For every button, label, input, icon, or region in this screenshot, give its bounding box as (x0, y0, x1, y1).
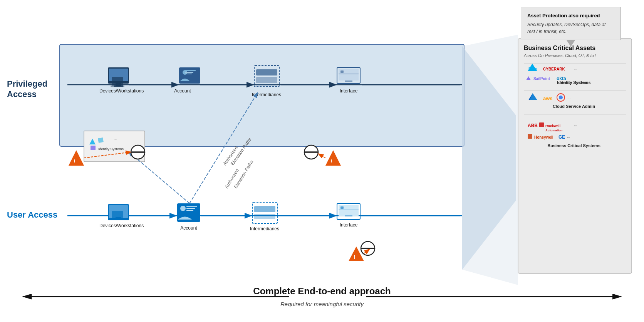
svg-point-106 (559, 96, 563, 99)
svg-text:aws: aws (543, 96, 553, 101)
svg-text:Identity Systems: Identity Systems (98, 147, 124, 151)
svg-text:Interface: Interface (340, 88, 358, 94)
callout-title: Asset Protection also required (527, 12, 614, 20)
svg-text:Business Critical Systems: Business Critical Systems (547, 143, 600, 148)
svg-text:CYBERARK: CYBERARK (543, 67, 565, 71)
svg-text:Access: Access (7, 89, 37, 99)
callout-text: Security updates, DevSecOps, data at res… (527, 21, 614, 35)
svg-text:ABB: ABB (528, 123, 538, 128)
svg-text:···: ··· (574, 67, 577, 71)
svg-rect-44 (186, 208, 195, 209)
svg-rect-21 (256, 84, 277, 86)
svg-rect-39 (111, 218, 124, 219)
svg-text:Devices/Workstations: Devices/Workstations (99, 223, 144, 228)
svg-text:···: ··· (114, 138, 117, 141)
svg-text:Cloud Service Admin: Cloud Service Admin (553, 104, 595, 109)
svg-text:Account: Account (180, 225, 197, 231)
svg-rect-43 (186, 206, 197, 207)
svg-text:Intermediaries: Intermediaries (250, 226, 279, 231)
svg-rect-14 (185, 70, 196, 71)
svg-rect-12 (179, 67, 200, 84)
svg-line-68 (129, 152, 190, 203)
svg-text:Privileged: Privileged (7, 79, 47, 89)
svg-marker-63 (98, 138, 104, 143)
svg-rect-15 (185, 72, 193, 73)
svg-text:···: ··· (567, 135, 570, 139)
svg-marker-77 (69, 150, 84, 166)
svg-text:Rockwell: Rockwell (545, 124, 560, 128)
svg-rect-19 (256, 69, 277, 75)
svg-text:Interface: Interface (340, 222, 358, 228)
svg-text:Honeywell: Honeywell (534, 135, 553, 139)
svg-point-42 (180, 206, 186, 211)
svg-text:Business Critical Assets: Business Critical Assets (524, 45, 595, 51)
svg-text:GE: GE (558, 134, 565, 140)
svg-marker-65 (91, 146, 96, 150)
svg-rect-45 (186, 210, 193, 211)
svg-text:···: ··· (574, 124, 577, 128)
svg-text:Identity Systems: Identity Systems (557, 80, 590, 85)
svg-text:!: ! (330, 158, 332, 164)
svg-text:!: ! (354, 254, 356, 260)
svg-line-84 (319, 154, 325, 158)
svg-text:Account: Account (174, 88, 191, 94)
svg-rect-55 (345, 215, 352, 216)
svg-rect-38 (112, 211, 123, 218)
svg-marker-79 (325, 150, 341, 166)
svg-rect-111 (539, 122, 544, 127)
svg-text:User Access: User Access (7, 210, 57, 220)
svg-text:···: ··· (567, 96, 570, 100)
svg-text:!: ! (74, 158, 75, 164)
svg-rect-9 (112, 77, 123, 86)
svg-text:Across On-Premises, Cloud, OT,: Across On-Premises, Cloud, OT, & IoT (523, 53, 597, 58)
svg-rect-16 (185, 74, 192, 74)
svg-rect-49 (254, 214, 275, 219)
svg-text:Automation: Automation (545, 129, 563, 132)
svg-rect-47 (252, 202, 277, 223)
svg-rect-27 (340, 70, 344, 73)
svg-rect-88 (518, 39, 632, 273)
svg-rect-54 (340, 206, 344, 209)
svg-marker-87 (462, 35, 518, 285)
svg-rect-115 (528, 134, 532, 139)
svg-text:Devices/Workstations: Devices/Workstations (99, 88, 144, 94)
svg-text:Required for meaningful securi: Required for meaningful security (280, 301, 364, 307)
svg-text:Complete End-to-end approach: Complete End-to-end approach (253, 286, 391, 296)
svg-text:Ping: Ping (528, 67, 537, 71)
asset-callout: Asset Protection also required Security … (521, 7, 621, 40)
svg-rect-48 (254, 206, 275, 212)
svg-rect-10 (111, 86, 124, 87)
main-diagram: Asset Protection also required Security … (0, 0, 644, 322)
svg-text:SailPoint: SailPoint (533, 77, 550, 81)
svg-rect-25 (345, 80, 352, 82)
svg-rect-20 (256, 77, 277, 83)
